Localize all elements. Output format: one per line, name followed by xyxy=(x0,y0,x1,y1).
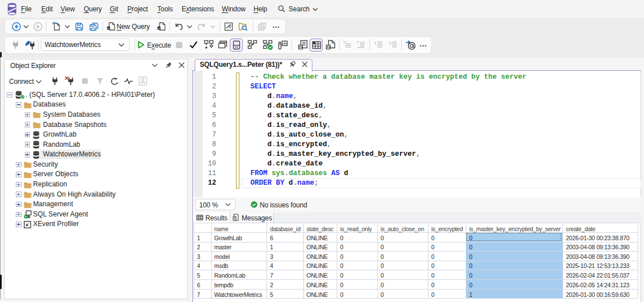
svg-text:01: 01 xyxy=(327,45,330,49)
svg-text:01: 01 xyxy=(299,45,303,49)
